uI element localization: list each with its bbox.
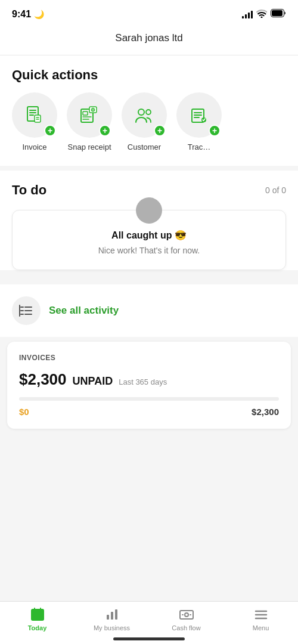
todo-avatar bbox=[136, 197, 162, 224]
menu-icon bbox=[253, 606, 269, 622]
snap-receipt-plus-icon: + bbox=[99, 125, 111, 137]
svg-rect-25 bbox=[111, 612, 113, 620]
header: Sarah jonas ltd bbox=[0, 26, 298, 55]
nav-menu-label: Menu bbox=[253, 624, 269, 631]
svg-rect-21 bbox=[34, 608, 35, 611]
nav-my-business-label: My business bbox=[94, 624, 130, 631]
action-invoice[interactable]: + Invoice bbox=[12, 92, 57, 151]
cash-flow-icon bbox=[179, 606, 194, 622]
signal-icon bbox=[242, 10, 253, 18]
invoices-period: Last 365 days bbox=[119, 377, 167, 386]
activity-section: See all activity bbox=[0, 284, 298, 337]
my-business-icon bbox=[104, 606, 120, 622]
todo-section: To do 0 of 0 All caught up 😎 Nice work! … bbox=[0, 171, 298, 270]
moon-icon: 🌙 bbox=[34, 10, 44, 19]
svg-rect-24 bbox=[107, 615, 109, 620]
svg-point-9 bbox=[138, 109, 144, 115]
today-icon bbox=[30, 606, 45, 622]
quick-actions-list: + Invoice + Snap receipt bbox=[0, 92, 298, 166]
battery-icon bbox=[271, 9, 286, 20]
snap-receipt-icon bbox=[79, 104, 100, 126]
nav-cash-flow[interactable]: Cash flow bbox=[149, 606, 224, 631]
action-invoice-circle: + bbox=[12, 92, 57, 138]
customer-plus-icon: + bbox=[154, 125, 166, 137]
svg-point-28 bbox=[185, 613, 188, 617]
track-plus-icon: + bbox=[209, 125, 221, 137]
todo-card: All caught up 😎 Nice work! That's it for… bbox=[12, 210, 286, 270]
status-time: 9:41 bbox=[12, 9, 31, 20]
nav-today-label: Today bbox=[28, 624, 47, 631]
todo-count: 0 of 0 bbox=[265, 185, 286, 195]
nav-my-business[interactable]: My business bbox=[74, 606, 149, 631]
invoices-card: INVOICES $2,300 UNPAID Last 365 days $0 … bbox=[7, 342, 291, 429]
nav-cash-flow-label: Cash flow bbox=[172, 624, 200, 631]
invoices-bar bbox=[19, 397, 279, 401]
header-title: Sarah jonas ltd bbox=[115, 32, 182, 44]
invoices-amount: $2,300 bbox=[19, 370, 67, 389]
svg-rect-23 bbox=[35, 615, 37, 617]
svg-point-8 bbox=[92, 109, 94, 110]
action-track-circle: + bbox=[176, 92, 222, 138]
invoices-min-value: $0 bbox=[19, 407, 29, 417]
action-customer-circle: + bbox=[122, 92, 167, 138]
svg-rect-1 bbox=[272, 10, 283, 16]
action-customer[interactable]: + Customer bbox=[122, 92, 167, 151]
invoices-status: UNPAID bbox=[73, 375, 113, 388]
svg-rect-20 bbox=[32, 609, 44, 620]
svg-rect-5 bbox=[83, 112, 88, 115]
see-all-activity-link[interactable]: See all activity bbox=[49, 305, 119, 317]
activity-icon-wrap bbox=[12, 296, 41, 325]
status-icons bbox=[242, 9, 286, 20]
todo-header: To do 0 of 0 bbox=[12, 182, 286, 198]
wifi-icon bbox=[256, 10, 267, 20]
todo-subtitle: Nice work! That's it for now. bbox=[24, 246, 274, 255]
quick-actions-section: Quick actions + Invoice bbox=[0, 55, 298, 166]
action-invoice-label: Invoice bbox=[22, 143, 46, 151]
action-snap-receipt[interactable]: + Snap receipt bbox=[67, 92, 112, 151]
action-snap-receipt-label: Snap receipt bbox=[68, 143, 111, 151]
action-track-label: Trac… bbox=[188, 143, 211, 151]
customer-icon bbox=[134, 104, 155, 126]
todo-title: To do bbox=[12, 182, 46, 198]
invoice-icon bbox=[24, 104, 45, 126]
invoices-label: INVOICES bbox=[19, 354, 279, 362]
svg-point-10 bbox=[146, 110, 151, 114]
quick-actions-title: Quick actions bbox=[0, 55, 298, 92]
action-customer-label: Customer bbox=[128, 143, 161, 151]
svg-rect-3 bbox=[35, 115, 41, 122]
status-bar: 9:41 🌙 bbox=[0, 0, 298, 26]
nav-today[interactable]: Today bbox=[0, 606, 74, 631]
track-icon bbox=[188, 104, 210, 126]
invoice-plus-icon: + bbox=[44, 125, 56, 137]
action-track[interactable]: + Trac… bbox=[176, 92, 222, 151]
invoices-range-row: $0 $2,300 bbox=[19, 407, 279, 417]
invoices-amount-row: $2,300 UNPAID Last 365 days bbox=[19, 370, 279, 389]
svg-rect-22 bbox=[40, 608, 41, 611]
invoices-max-value: $2,300 bbox=[252, 407, 279, 417]
svg-rect-26 bbox=[115, 609, 117, 620]
home-indicator bbox=[113, 637, 185, 640]
nav-menu[interactable]: Menu bbox=[224, 606, 298, 631]
action-snap-receipt-circle: + bbox=[67, 92, 112, 138]
todo-caught-up: All caught up 😎 bbox=[24, 230, 274, 241]
activity-list-icon bbox=[18, 303, 34, 318]
